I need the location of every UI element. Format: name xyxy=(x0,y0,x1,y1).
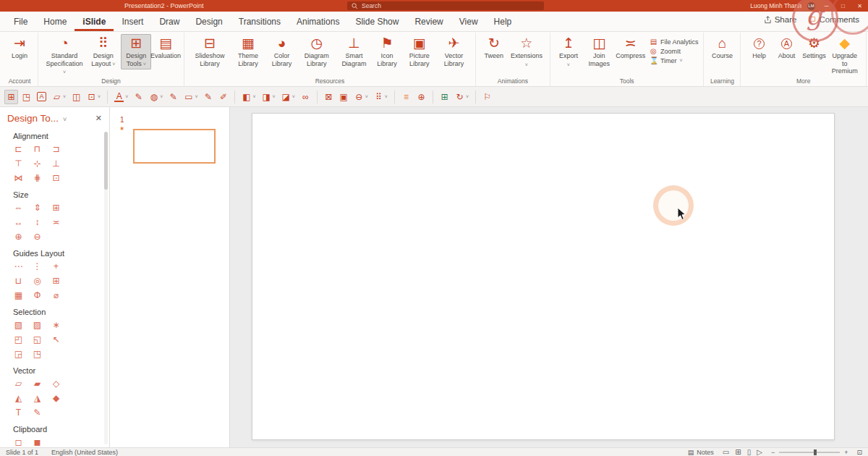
matrix-tool[interactable]: ⠿˅ xyxy=(372,90,390,104)
select-same-color-icon[interactable]: ▨ xyxy=(32,320,43,331)
align-center-horizontal-icon[interactable]: ⊓ xyxy=(32,144,43,155)
grid-tool[interactable]: ⊞ xyxy=(4,90,18,104)
vector-copy-icon[interactable]: ▱ xyxy=(13,379,24,389)
pointer-select-icon[interactable]: ↖ xyxy=(51,334,61,345)
select-pictures-icon[interactable]: ◱ xyxy=(32,334,43,345)
vector-text-icon[interactable]: T xyxy=(13,408,24,418)
font-color-tool[interactable]: A˅ xyxy=(112,90,130,104)
tween-button[interactable]: ↻Tween xyxy=(481,34,507,62)
color-picker-tool[interactable]: ✐ xyxy=(216,90,230,104)
tab-home[interactable]: Home xyxy=(35,12,75,31)
layers-tool[interactable]: ≡ xyxy=(399,90,413,104)
tab-slide-show[interactable]: Slide Show xyxy=(347,12,407,31)
cross-guides-icon[interactable]: + xyxy=(51,261,61,272)
tab-file[interactable]: File xyxy=(6,12,35,31)
comments-button[interactable]: Comments xyxy=(808,15,859,24)
same-size-icon[interactable]: ⊞ xyxy=(51,203,61,214)
compress-button[interactable]: ≍Compress xyxy=(616,34,644,62)
tab-review[interactable]: Review xyxy=(407,12,451,31)
align-bottom-icon[interactable]: ⊥ xyxy=(51,159,61,169)
copy-format-icon[interactable]: ◻ xyxy=(13,437,24,447)
margin-guides-icon[interactable]: ⊔ xyxy=(13,276,24,287)
about-button[interactable]: AAbout xyxy=(773,34,799,62)
user-name[interactable]: Luong Minh Thanh xyxy=(750,2,801,9)
picture-insert-tool[interactable]: ▣ xyxy=(337,90,351,104)
format-copy-tool[interactable]: ◫ xyxy=(69,90,83,104)
clear-guides-icon[interactable]: ⌀ xyxy=(51,290,61,301)
panel-scrollbar-thumb[interactable] xyxy=(104,132,108,190)
select-same-format-icon[interactable]: ▧ xyxy=(13,320,24,331)
vector-intersect-icon[interactable]: ◆ xyxy=(51,393,61,404)
golden-ratio-guides-icon[interactable]: Φ xyxy=(32,290,43,301)
vector-subtract-icon[interactable]: ◮ xyxy=(32,393,43,404)
align-right-icon[interactable]: ⊐ xyxy=(51,144,61,155)
normal-view-button[interactable]: ▭ xyxy=(723,448,729,456)
export-button[interactable]: ↥Export ˅ xyxy=(556,34,582,70)
language-status[interactable]: English (United States) xyxy=(51,449,118,456)
minimize-button[interactable]: ─ xyxy=(821,3,832,9)
crop-tool[interactable]: ⊠ xyxy=(322,90,336,104)
settings-button[interactable]: ⚙Settings xyxy=(801,34,827,62)
link-shapes-tool[interactable]: ∞ xyxy=(299,90,312,104)
vector-paste-icon[interactable]: ▰ xyxy=(32,379,43,389)
fill-eyedropper-tool[interactable]: ✎ xyxy=(166,90,180,104)
align-to-slide-icon[interactable]: ⊡ xyxy=(51,173,61,184)
shape-insert-tool[interactable]: ▱˅ xyxy=(50,90,68,104)
select-shapes-icon[interactable]: ◰ xyxy=(13,334,24,345)
grid-guides-icon[interactable]: ⊞ xyxy=(51,276,61,287)
slideshow-library-button[interactable]: ⊟Slideshow Library xyxy=(190,34,230,69)
help-button[interactable]: ?Help xyxy=(746,34,772,62)
shape-3d-tool[interactable]: ⊖˅ xyxy=(352,90,370,104)
align-middle-icon[interactable]: ⊹ xyxy=(32,159,43,169)
chevron-down-icon[interactable]: ˅ xyxy=(63,116,67,123)
tab-design[interactable]: Design xyxy=(187,12,230,31)
vector-node-edit-icon[interactable]: ◇ xyxy=(51,379,61,389)
zoomit-button[interactable]: ◎ZoomIt xyxy=(650,47,681,55)
slideshow-view-button[interactable]: ▷ xyxy=(757,448,762,456)
upgrade-to-premium-button[interactable]: ◆Upgrade to Premium xyxy=(828,34,861,77)
slide-size-tool[interactable]: ⊕ xyxy=(414,90,428,104)
center-guides-icon[interactable]: ◎ xyxy=(32,276,43,287)
reading-view-button[interactable]: ▯ xyxy=(747,448,752,456)
distribute-horizontal-icon[interactable]: ⋈ xyxy=(13,173,24,184)
stretch-width-icon[interactable]: ↔ xyxy=(13,217,24,228)
zoom-out-button[interactable]: − xyxy=(771,449,775,456)
design-tools-button[interactable]: ⊞Design Tools ˅ xyxy=(121,34,151,69)
tab-transitions[interactable]: Transitions xyxy=(231,12,289,31)
same-width-icon[interactable]: ⇔ xyxy=(13,203,24,214)
boolean-ops-tool[interactable]: ◪˅ xyxy=(279,90,297,104)
course-button[interactable]: ⌂Course xyxy=(709,34,735,62)
smart-diagram-button[interactable]: ⊥Smart Diagram xyxy=(336,34,371,69)
file-analytics-button[interactable]: ▤File Analytics xyxy=(650,38,699,46)
stretch-height-icon[interactable]: ↕ xyxy=(32,217,43,228)
tab-animations[interactable]: Animations xyxy=(289,12,347,31)
group-select-icon[interactable]: ◲ xyxy=(13,349,24,360)
close-panel-button[interactable]: ✕ xyxy=(95,114,102,123)
tab-view[interactable]: View xyxy=(451,12,486,31)
increase-size-icon[interactable]: ⊕ xyxy=(13,232,24,242)
outline-color-tool[interactable]: ▭˅ xyxy=(182,90,200,104)
magic-select-icon[interactable]: ∗ xyxy=(51,320,61,331)
tab-draw[interactable]: Draw xyxy=(151,12,187,31)
horizontal-guides-icon[interactable]: ⋯ xyxy=(13,261,24,272)
slide-thumbnail[interactable] xyxy=(133,129,216,164)
avatar[interactable]: LM xyxy=(807,2,815,10)
text-box-tool[interactable]: A xyxy=(35,90,48,104)
icon-library-button[interactable]: ⚑Icon Library xyxy=(373,34,401,69)
extensions-button[interactable]: ☆Extensions ˅ xyxy=(509,34,545,70)
table-tool[interactable]: ⊞ xyxy=(438,90,451,104)
slide-sorter-view-button[interactable]: ⊞ xyxy=(735,448,741,456)
search-input[interactable]: Search xyxy=(347,1,544,10)
shape-format-tool[interactable]: ◧˅ xyxy=(239,90,258,104)
ungroup-select-icon[interactable]: ◳ xyxy=(32,349,43,360)
timer-button[interactable]: ⌛Timer ˅ xyxy=(650,56,683,64)
flag-tool[interactable]: ⚐ xyxy=(480,90,494,104)
join-images-button[interactable]: ◫Join Images xyxy=(583,34,615,69)
same-height-icon[interactable]: ⇕ xyxy=(32,203,43,214)
tab-insert[interactable]: Insert xyxy=(114,12,151,31)
vector-union-icon[interactable]: ◭ xyxy=(13,393,24,404)
thirds-guides-icon[interactable]: ▦ xyxy=(13,290,24,301)
equalize-spacing-icon[interactable]: ≍ xyxy=(51,217,61,228)
zoom-slider[interactable] xyxy=(779,452,840,453)
distribute-vertical-icon[interactable]: ⋕ xyxy=(32,173,43,184)
